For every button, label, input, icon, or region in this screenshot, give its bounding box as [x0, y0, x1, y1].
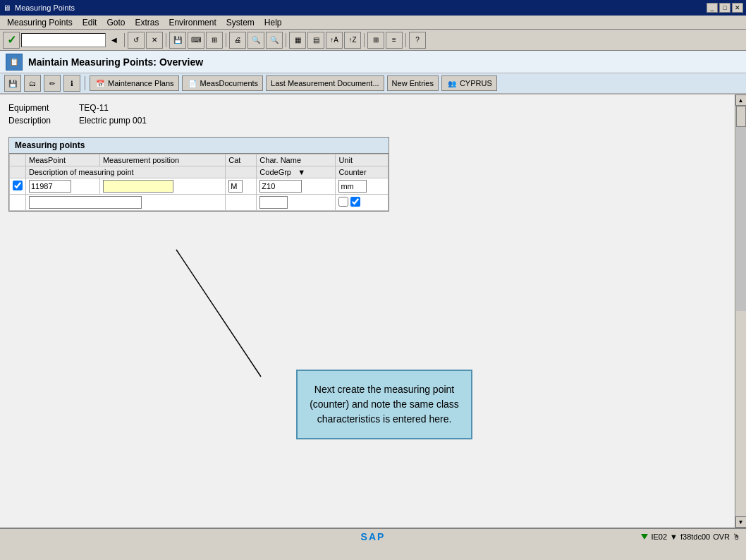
close-button[interactable]: ✕ — [732, 3, 743, 13]
desc-check — [10, 195, 26, 211]
content-area: Equipment TEQ-11 Description Electric pu… — [0, 95, 735, 528]
action-sep-1 — [85, 76, 85, 90]
desc-empty — [226, 195, 257, 211]
description-label: Description — [8, 116, 79, 126]
row1-codegrp — [257, 178, 336, 195]
table-row — [10, 178, 389, 195]
row1-checkbox[interactable] — [13, 181, 23, 190]
desc-codegrp — [257, 195, 336, 211]
row1-unit-input[interactable] — [338, 180, 367, 193]
mode-dropdown[interactable]: ▼ — [670, 532, 678, 541]
desc-counter-checkbox[interactable] — [338, 197, 348, 207]
title-bar-text: Measuring Points — [15, 4, 75, 12]
row1-meas-point — [26, 178, 100, 195]
title-bar-left: 🖥 Measuring Points — [3, 4, 75, 12]
row1-cat — [226, 178, 257, 195]
callout-box: Next create the measuring point (counter… — [296, 370, 472, 439]
sap-logo: SAP — [361, 531, 386, 542]
scrollbar-track — [736, 106, 746, 311]
bottom-bar: SAP IE02 ▼ f38tdc00 OVR 🖱 — [0, 528, 746, 544]
menu-help[interactable]: Help — [260, 16, 286, 29]
row1-meas-point-input[interactable] — [29, 180, 71, 193]
scroll-down-button[interactable]: ▼ — [735, 516, 747, 528]
cyprus-button[interactable]: 👥 CYPRUS — [441, 75, 497, 91]
table-desc-row — [10, 195, 389, 211]
maintenance-plans-button[interactable]: 📅 Maintenance Plans — [90, 75, 179, 91]
menu-goto[interactable]: Goto — [102, 16, 129, 29]
calendar-icon: 📅 — [94, 78, 106, 89]
menu-environment[interactable]: Environment — [164, 16, 220, 29]
toolbar-btn-print[interactable]: 🖨 — [229, 32, 246, 49]
th-codegrp: CodeGrp ▼ — [257, 166, 336, 178]
sap-header: 📋 Maintain Measuring Points: Overview 💾 … — [0, 51, 746, 95]
desc-counter-checkbox2[interactable] — [350, 197, 360, 207]
app-icon: 🖥 — [3, 4, 11, 12]
row1-unit — [336, 178, 389, 195]
toolbar-btn-list[interactable]: ≡ — [386, 32, 403, 49]
nav-back-button[interactable]: ◀ — [107, 33, 121, 47]
th-desc: Description of measuring point — [26, 166, 226, 178]
scroll-up-button[interactable]: ▲ — [735, 95, 747, 106]
row1-check — [10, 178, 26, 195]
menu-extras[interactable]: Extras — [130, 16, 163, 29]
description-value: Electric pump 001 — [79, 116, 147, 126]
th-cat: Cat — [226, 154, 257, 166]
toolbar-btn-shortcut[interactable]: ⌨ — [188, 32, 204, 49]
command-field[interactable] — [21, 33, 106, 47]
action-toolbar: 💾 🗂 ✏ ℹ 📅 Maintenance Plans 📄 MeasDocume… — [0, 73, 746, 93]
toolbar-green-check[interactable]: ✓ — [3, 32, 20, 49]
toolbar-btn-layout[interactable]: ▦ — [289, 32, 306, 49]
toolbar-btn-grid[interactable]: ⊞ — [367, 32, 384, 49]
action-btn-change[interactable]: ✏ — [44, 75, 61, 92]
row1-cat-input[interactable] — [228, 180, 243, 193]
equipment-info: Equipment TEQ-11 Description Electric pu… — [6, 100, 729, 134]
action-btn-info[interactable]: ℹ — [63, 75, 80, 92]
maximize-button[interactable]: □ — [719, 3, 730, 13]
separator-3 — [226, 33, 226, 47]
new-entries-button[interactable]: New Entries — [387, 75, 439, 91]
row1-codegrp-input[interactable] — [259, 180, 302, 193]
toolbar-btn-cmd[interactable]: ⊞ — [206, 32, 223, 49]
scrollbar-thumb[interactable] — [736, 106, 746, 127]
th-counter: Counter — [336, 166, 389, 178]
scroll-indicator: 🖱 — [733, 532, 740, 541]
desc-codegrp-input[interactable] — [259, 196, 288, 209]
toolbar-btn-help[interactable]: ? — [409, 32, 426, 49]
desc-input[interactable] — [29, 196, 142, 209]
sap-title-icon: 📋 — [6, 54, 23, 71]
toolbar-btn-save[interactable]: 💾 — [169, 32, 186, 49]
toolbar-btn-find-next[interactable]: 🔍 — [266, 32, 283, 49]
separator-6 — [405, 33, 406, 47]
equipment-label: Equipment — [8, 103, 79, 113]
action-btn-display[interactable]: 🗂 — [24, 75, 41, 92]
toolbar-btn-refresh[interactable]: ↺ — [128, 32, 145, 49]
separator-2 — [166, 33, 166, 47]
toolbar-btn-find[interactable]: 🔍 — [247, 32, 264, 49]
toolbar-btn-sort-asc[interactable]: ↑A — [326, 32, 343, 49]
meas-documents-button[interactable]: 📄 MeasDocuments — [182, 75, 264, 91]
sap-title-row: 📋 Maintain Measuring Points: Overview — [0, 51, 746, 73]
equipment-value: TEQ-11 — [79, 103, 109, 113]
row1-meas-position-input[interactable] — [103, 180, 173, 193]
table-header-row-2: Description of measuring point CodeGrp ▼… — [10, 166, 389, 178]
toolbar-btn-cancel[interactable]: ✕ — [146, 32, 163, 49]
toolbar-btn-filter[interactable]: ▤ — [307, 32, 324, 49]
callout-text: Next create the measuring point (counter… — [310, 384, 459, 425]
menu-system[interactable]: System — [222, 16, 259, 29]
last-measurement-button[interactable]: Last Measurement Document... — [266, 75, 384, 91]
title-icon-symbol: 📋 — [10, 58, 18, 66]
title-bar: 🖥 Measuring Points _ □ ✕ — [0, 0, 746, 16]
title-bar-controls: _ □ ✕ — [707, 3, 743, 13]
th-check — [10, 154, 26, 166]
toolbar-btn-sort-desc[interactable]: ↑Z — [344, 32, 361, 49]
action-btn-save[interactable]: 💾 — [4, 75, 21, 92]
separator-4 — [286, 33, 286, 47]
menu-measuring-points[interactable]: Measuring Points — [3, 16, 77, 29]
th-char-name: Char. Name — [257, 154, 336, 166]
equipment-row: Equipment TEQ-11 — [8, 103, 729, 113]
minimize-button[interactable]: _ — [707, 3, 718, 13]
description-row: Description Electric pump 001 — [8, 116, 729, 126]
table-header-row-1: MeasPoint Measurement position Cat Char.… — [10, 154, 389, 166]
separator-1 — [124, 33, 125, 47]
menu-edit[interactable]: Edit — [78, 16, 102, 29]
